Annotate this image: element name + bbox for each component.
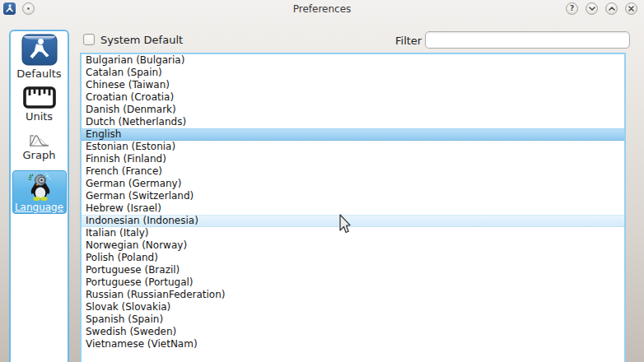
language-row[interactable]: Italian (Italy)	[82, 227, 624, 239]
sidebar-item-graph[interactable]: Graph	[23, 123, 56, 161]
language-row-label: Finnish (Finland)	[86, 153, 166, 165]
language-row[interactable]: Swedish (Sweden)	[82, 326, 624, 338]
system-default-checkbox[interactable]	[83, 34, 95, 45]
language-row[interactable]: Finnish (Finland)	[82, 153, 624, 165]
close-icon	[628, 6, 634, 12]
language-row-label: Portuguese (Portugal)	[86, 276, 194, 288]
language-row[interactable]: German (Switzerland)	[82, 190, 624, 202]
language-row-label: Portuguese (Brazil)	[86, 264, 180, 276]
maximize-button[interactable]	[605, 2, 618, 15]
language-row[interactable]: Vietnamese (VietNam)	[82, 338, 624, 350]
language-row[interactable]: Estonian (Estonia)	[82, 141, 624, 153]
graph-icon	[29, 132, 49, 147]
language-row[interactable]: Polish (Poland)	[82, 252, 624, 264]
language-row[interactable]: Portuguese (Portugal)	[82, 276, 624, 289]
sidebar-item-label: Defaults	[16, 67, 61, 80]
penguin-icon	[23, 172, 56, 202]
sidebar-item-label: Language	[15, 202, 63, 213]
language-row[interactable]: Danish (Denmark)	[82, 104, 624, 116]
question-icon: ?	[570, 5, 574, 12]
language-row-label: Russian (RussianFederation)	[86, 289, 225, 300]
close-button[interactable]	[625, 2, 637, 15]
system-default-label: System Default	[100, 34, 183, 46]
minimize-button[interactable]	[586, 2, 598, 15]
preferences-window: Preferences ?	[0, 0, 644, 362]
language-row-label: German (Switzerland)	[86, 190, 194, 202]
language-row-label: Italian (Italy)	[86, 227, 148, 239]
language-row-label: Polish (Poland)	[86, 252, 158, 263]
preferences-sidebar: Defaults Units Graph	[9, 30, 69, 362]
language-row[interactable]: English	[82, 128, 624, 141]
help-button[interactable]: ?	[566, 2, 578, 15]
language-row-label: Hebrew (Israel)	[86, 202, 161, 214]
language-row[interactable]: Croatian (Croatia)	[82, 91, 624, 104]
diver-icon	[21, 34, 58, 66]
window-title: Preferences	[0, 3, 644, 15]
sidebar-item-label: Units	[26, 110, 53, 123]
language-row-label: Vietnamese (VietNam)	[86, 338, 198, 350]
ruler-icon	[23, 86, 56, 109]
language-row-label: Catalan (Spain)	[86, 67, 162, 78]
language-row[interactable]: Slovak (Slovakia)	[82, 301, 624, 313]
language-row-label: German (Germany)	[86, 178, 181, 189]
language-row[interactable]: Portuguese (Brazil)	[82, 264, 624, 276]
language-row[interactable]: Indonesian (Indonesia)	[82, 215, 624, 227]
language-row-label: Croatian (Croatia)	[86, 91, 174, 103]
language-row[interactable]: Hebrew (Israel)	[82, 202, 624, 215]
language-row[interactable]: Chinese (Taiwan)	[82, 79, 624, 91]
language-row[interactable]: Norwegian (Norway)	[82, 239, 624, 252]
sidebar-item-label: Graph	[23, 149, 56, 161]
language-row-label: French (France)	[86, 165, 162, 177]
language-row[interactable]: Catalan (Spain)	[82, 67, 624, 79]
language-row-label: Dutch (Netherlands)	[86, 116, 186, 128]
language-row[interactable]: Dutch (Netherlands)	[82, 116, 624, 128]
language-row-label: Danish (Denmark)	[86, 104, 176, 115]
language-row-label: Spanish (Spain)	[86, 313, 163, 325]
language-row-label: Chinese (Taiwan)	[86, 79, 170, 90]
language-row-label: Estonian (Estonia)	[86, 141, 175, 152]
titlebar: Preferences ?	[0, 0, 644, 18]
language-row-label: Indonesian (Indonesia)	[86, 215, 198, 226]
language-list: Bulgarian (Bulgaria) Catalan (Spain) Chi…	[80, 53, 626, 362]
chevron-up-icon	[609, 7, 615, 11]
language-row[interactable]: German (Germany)	[82, 178, 624, 190]
language-row[interactable]: French (France)	[82, 165, 624, 178]
language-row-label: Norwegian (Norway)	[86, 239, 187, 251]
sidebar-item-units[interactable]: Units	[23, 80, 56, 123]
language-row-label: English	[86, 128, 121, 140]
language-row-label: Swedish (Sweden)	[86, 326, 176, 337]
sidebar-item-defaults[interactable]: Defaults	[16, 31, 61, 80]
filter-label: Filter	[395, 35, 422, 47]
language-row-label: Slovak (Slovakia)	[86, 301, 170, 313]
language-row[interactable]: Russian (RussianFederation)	[82, 289, 624, 301]
filter-input[interactable]	[425, 31, 630, 49]
language-row[interactable]: Bulgarian (Bulgaria)	[82, 54, 624, 67]
language-row[interactable]: Spanish (Spain)	[82, 313, 624, 326]
language-row-label: Bulgarian (Bulgaria)	[86, 54, 184, 66]
sidebar-item-language[interactable]: Language	[12, 170, 67, 214]
chevron-down-icon	[589, 7, 595, 11]
